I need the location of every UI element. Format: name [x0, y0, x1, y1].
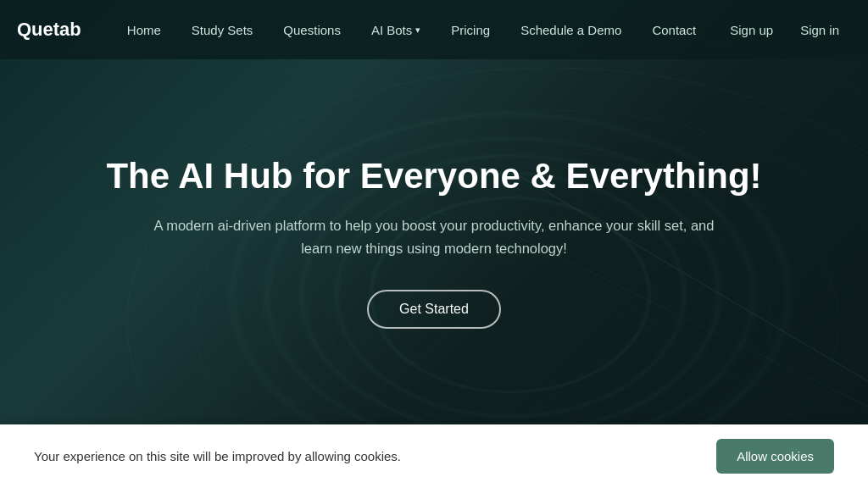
allow-cookies-button[interactable]: Allow cookies — [716, 439, 834, 474]
nav-item-ai-bots[interactable]: AI Bots — [359, 16, 432, 44]
hero-title: The AI Hub for Everyone & Everything! — [106, 155, 761, 197]
nav-auth: Sign up Sign in — [718, 16, 851, 44]
navbar: Quetab Home Study Sets Questions AI Bots… — [0, 0, 868, 59]
nav-item-contact[interactable]: Contact — [640, 16, 708, 44]
logo[interactable]: Quetab — [17, 19, 81, 41]
nav-item-home[interactable]: Home — [115, 16, 173, 44]
get-started-button[interactable]: Get Started — [367, 290, 501, 329]
nav-links: Home Study Sets Questions AI Bots Pricin… — [115, 16, 718, 44]
nav-item-schedule-demo[interactable]: Schedule a Demo — [509, 16, 633, 44]
cookie-message: Your experience on this site will be imp… — [34, 449, 401, 463]
cookie-banner: Your experience on this site will be imp… — [0, 424, 868, 488]
nav-item-pricing[interactable]: Pricing — [439, 16, 502, 44]
nav-item-study-sets[interactable]: Study Sets — [180, 16, 265, 44]
hero-subtitle: A modern ai-driven platform to help you … — [137, 214, 731, 259]
nav-signin[interactable]: Sign in — [788, 16, 851, 44]
nav-item-questions[interactable]: Questions — [271, 16, 353, 44]
hero-section: The AI Hub for Everyone & Everything! A … — [0, 59, 868, 424]
nav-signup[interactable]: Sign up — [718, 16, 785, 44]
